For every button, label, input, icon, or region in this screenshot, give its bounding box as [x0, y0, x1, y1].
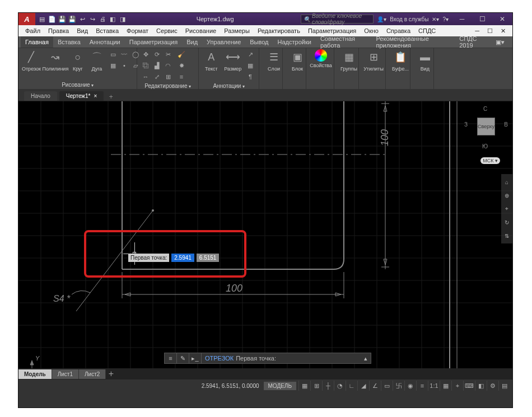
menu-tools[interactable]: Сервис	[153, 26, 181, 35]
fillet-icon[interactable]: ◠	[163, 60, 173, 71]
dyninput-y[interactable]: 6.5151	[197, 254, 220, 262]
doctab-drawing1[interactable]: Чертеж1*×	[59, 91, 104, 101]
hatch-icon[interactable]: ▦	[108, 60, 118, 71]
doctab-start[interactable]: Начало	[24, 91, 57, 101]
viewcube[interactable]: С Ю В З Сверху	[465, 106, 507, 147]
qat-undo-icon[interactable]: ↩	[78, 15, 87, 24]
status-iso-icon[interactable]: ∟	[346, 381, 357, 391]
panel-annot-title[interactable]: Аннотации	[202, 82, 255, 90]
menu-draw[interactable]: Рисование	[182, 26, 220, 35]
rtab-annotate[interactable]: Аннотации	[85, 36, 125, 48]
status-osnap-icon[interactable]: ◢	[357, 381, 369, 391]
status-grid-icon[interactable]: ▦	[298, 381, 310, 391]
status-snap-icon[interactable]: ⊞	[310, 381, 322, 391]
layout-add-button[interactable]: +	[106, 369, 116, 379]
wcs-badge[interactable]: МСК ▾	[480, 157, 500, 164]
layout1-tab[interactable]: Лист1	[52, 369, 79, 379]
rtab-output[interactable]: Вывод	[245, 36, 273, 48]
rtab-manage[interactable]: Управление	[202, 36, 245, 48]
doctab-close-icon[interactable]: ×	[94, 93, 97, 99]
erase-icon[interactable]: 🧹	[176, 49, 186, 59]
text-button[interactable]: AТекст	[202, 49, 221, 72]
copy-icon[interactable]: ⿻	[141, 60, 151, 71]
nav-home-icon[interactable]: ⌂	[502, 177, 511, 186]
minimize-button[interactable]: ─	[452, 13, 472, 25]
cmdline-history-icon[interactable]: ≡	[165, 353, 177, 364]
qat-print-icon[interactable]: 🖨	[98, 15, 107, 24]
rtab-addins[interactable]: Надстройки	[273, 36, 316, 48]
status-ortho-icon[interactable]: ┼	[322, 381, 334, 391]
cmdline-settings-icon[interactable]: ✎	[177, 353, 189, 364]
model-tab[interactable]: Модель	[18, 369, 52, 379]
leader-icon[interactable]: ↗	[245, 49, 255, 59]
nav-orbit-icon[interactable]: ↻	[502, 218, 511, 227]
status-gear-icon[interactable]: ⚙	[487, 381, 498, 391]
nav-wheel-icon[interactable]: ⊕	[502, 191, 511, 200]
polyline-button[interactable]: ↝Полилиния	[44, 49, 67, 72]
status-menu-icon[interactable]: ▤	[498, 381, 510, 391]
status-lwt-icon[interactable]: ▭	[381, 381, 393, 391]
status-transp-icon[interactable]: 卐	[393, 381, 404, 391]
qat-nav2-icon[interactable]: ◨	[118, 15, 127, 24]
menu-edit[interactable]: Правка	[45, 26, 72, 35]
status-ws-icon[interactable]: ▦	[440, 381, 451, 391]
table-icon[interactable]: ▦	[245, 60, 255, 71]
stretch-icon[interactable]: ↔	[141, 72, 151, 82]
ribbon-collapse-icon[interactable]: ▣▾	[491, 36, 509, 48]
status-model-badge[interactable]: МОДЕЛЬ	[264, 382, 296, 390]
rtab-parametric[interactable]: Параметризация	[125, 36, 182, 48]
groups-button[interactable]: ▦Группы	[338, 49, 360, 72]
circle-button[interactable]: ○Круг	[70, 49, 86, 72]
rtab-view[interactable]: Вид	[182, 36, 202, 48]
close-button[interactable]: ✕	[492, 13, 512, 25]
viewcube-west[interactable]: З	[464, 121, 468, 128]
status-anno-icon[interactable]: ≡	[416, 381, 428, 391]
panel-modify-title[interactable]: Редактирование	[141, 82, 195, 90]
block-button[interactable]: ▣Блок	[286, 49, 309, 72]
viewcube-east[interactable]: В	[504, 121, 508, 128]
status-cycle-icon[interactable]: ◉	[404, 381, 416, 391]
nav-zoom-icon[interactable]: ⇅	[502, 231, 511, 240]
offset-icon[interactable]: ≡	[176, 72, 186, 82]
layout2-tab[interactable]: Лист2	[79, 369, 106, 379]
signin-link[interactable]: Вход в службы	[390, 16, 428, 22]
status-screen-icon[interactable]: ◧	[475, 381, 487, 391]
qat-redo-icon[interactable]: ↪	[88, 15, 97, 24]
doctab-add-button[interactable]: +	[106, 93, 116, 101]
scale-icon[interactable]: ⤢	[152, 72, 162, 82]
user-icon[interactable]: 👤▾	[377, 16, 386, 22]
menu-insert[interactable]: Вставка	[92, 26, 122, 35]
status-angle-icon[interactable]: ∠	[369, 381, 381, 391]
mtext-icon[interactable]: ¶	[245, 72, 255, 82]
rotate-icon[interactable]: ⟳	[152, 49, 162, 59]
panel-draw-title[interactable]: Рисование	[22, 81, 133, 89]
docclose-button[interactable]: ✕	[497, 26, 509, 36]
explode-icon[interactable]: ✸	[176, 60, 186, 71]
clip-button[interactable]: 📋Буфе...	[389, 49, 412, 72]
array-icon[interactable]: ⊞	[163, 72, 173, 82]
app-logo[interactable]: A	[18, 13, 35, 25]
status-scale-icon[interactable]: 1:1	[428, 381, 440, 391]
mirror-icon[interactable]: ▟	[152, 60, 162, 71]
rect-icon[interactable]: ▭	[108, 49, 118, 59]
view-button[interactable]: ▬Вид	[414, 49, 436, 72]
arc-button[interactable]: ⌒Дуга	[89, 49, 105, 72]
status-plus-icon[interactable]: +	[451, 381, 463, 391]
qat-menu-icon[interactable]: ▤	[38, 15, 46, 24]
search-input[interactable]: 🔍 Введите ключевое слово/фразу	[301, 15, 374, 24]
spline-icon[interactable]: 〰	[119, 49, 129, 59]
menu-view[interactable]: Вид	[73, 26, 91, 35]
viewcube-south[interactable]: Ю	[482, 143, 488, 149]
line-button[interactable]: ╱Отрезок	[22, 49, 41, 72]
qat-new-icon[interactable]: 📄	[48, 15, 57, 24]
qat-nav1-icon[interactable]: ◧	[108, 15, 117, 24]
menu-file[interactable]: Файл	[22, 26, 44, 35]
viewcube-top[interactable]: Сверху	[477, 118, 495, 135]
util-button[interactable]: ⊞Утилиты	[362, 49, 385, 72]
maximize-button[interactable]: ☐	[472, 13, 492, 25]
help-icon[interactable]: ?▾	[442, 16, 449, 22]
qat-saveas-icon[interactable]: 💾	[68, 15, 77, 24]
dyninput-x[interactable]: 2.5941	[171, 254, 194, 262]
rtab-spds[interactable]: СПДС 2019	[455, 33, 491, 51]
exchange-icon[interactable]: ✕▾	[432, 16, 439, 22]
